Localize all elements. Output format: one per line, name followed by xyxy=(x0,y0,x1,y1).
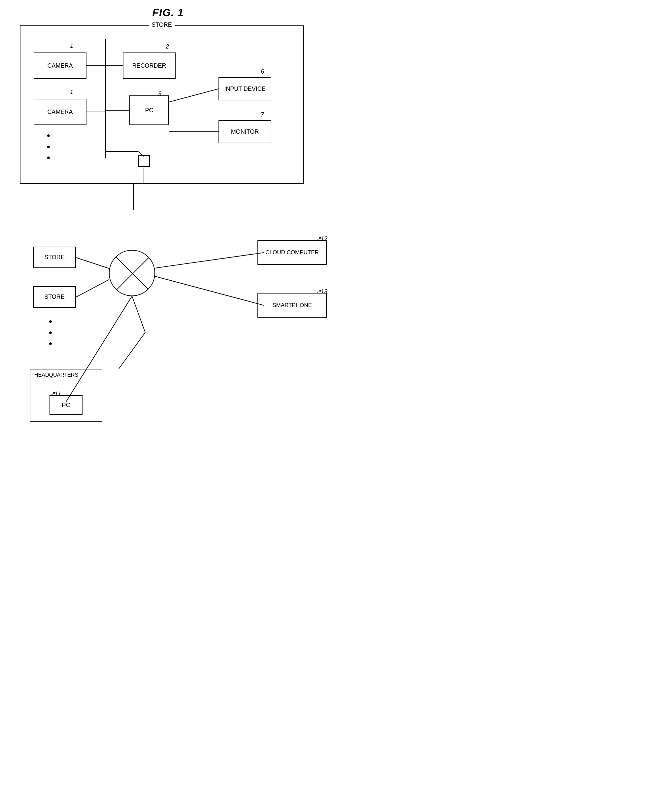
camera2-box: CAMERA xyxy=(34,99,86,125)
ref-cloud: ↗12 xyxy=(316,235,327,242)
figure-title: FIG. 1 xyxy=(10,6,326,19)
store-box2: STORE xyxy=(33,286,76,308)
camera2-label: CAMERA xyxy=(47,109,73,115)
ref-input: 6 xyxy=(261,68,264,75)
cloud-label: CLOUD COMPUTER xyxy=(266,249,319,256)
ref-camera2: 1 xyxy=(70,89,73,96)
camera1-box: CAMERA xyxy=(34,53,86,79)
hq-label: HEADQUARTERS xyxy=(34,372,78,378)
page: FIG. 1 STORE 1 1 2 3 6 7 CAMERA CAMERA •… xyxy=(0,0,336,435)
svg-line-18 xyxy=(119,333,145,369)
smartphone-label: SMARTPHONE xyxy=(272,302,312,309)
store2-label: STORE xyxy=(44,293,65,301)
svg-line-6 xyxy=(169,89,219,102)
hq-box: HEADQUARTERS ↗11 PC xyxy=(30,369,102,422)
camera-dots: • • • xyxy=(47,130,50,163)
smartphone-box: SMARTPHONE xyxy=(258,293,327,318)
svg-line-13 xyxy=(76,280,109,297)
store1-label: STORE xyxy=(44,254,65,261)
pc-hq-label: PC xyxy=(62,402,70,409)
monitor-box: MONITOR xyxy=(219,120,271,143)
store-dots: • • • xyxy=(49,316,52,349)
input-device-box: INPUT DEVICE xyxy=(219,77,271,100)
lower-section: STORE STORE • • • HEADQUARTERS ↗11 PC CL… xyxy=(20,204,336,428)
camera1-label: CAMERA xyxy=(47,62,73,69)
svg-line-12 xyxy=(76,258,109,269)
store-container: STORE 1 1 2 3 6 7 CAMERA CAMERA • • • xyxy=(20,26,304,184)
ref-monitor: 7 xyxy=(261,111,264,118)
pc-store-box: PC xyxy=(130,95,169,125)
pc-hq-box: PC xyxy=(50,395,83,415)
svg-line-16 xyxy=(155,276,264,306)
svg-line-15 xyxy=(155,253,264,268)
ref-smartphone: ↗13 xyxy=(316,288,327,295)
input-device-label: INPUT DEVICE xyxy=(224,85,266,93)
recorder-box: RECORDER xyxy=(123,53,176,79)
recorder-label: RECORDER xyxy=(132,62,166,69)
store-label: STORE xyxy=(149,21,174,29)
ref-camera1: 1 xyxy=(70,43,73,50)
pc-store-label: PC xyxy=(145,107,153,114)
monitor-label: MONITOR xyxy=(231,128,259,135)
store-box1: STORE xyxy=(33,246,76,268)
store-connector xyxy=(138,155,150,167)
svg-line-17 xyxy=(132,296,145,333)
network-circle xyxy=(109,250,155,296)
cloud-computer-box: CLOUD COMPUTER xyxy=(258,240,327,265)
ref-recorder: 2 xyxy=(166,43,169,50)
